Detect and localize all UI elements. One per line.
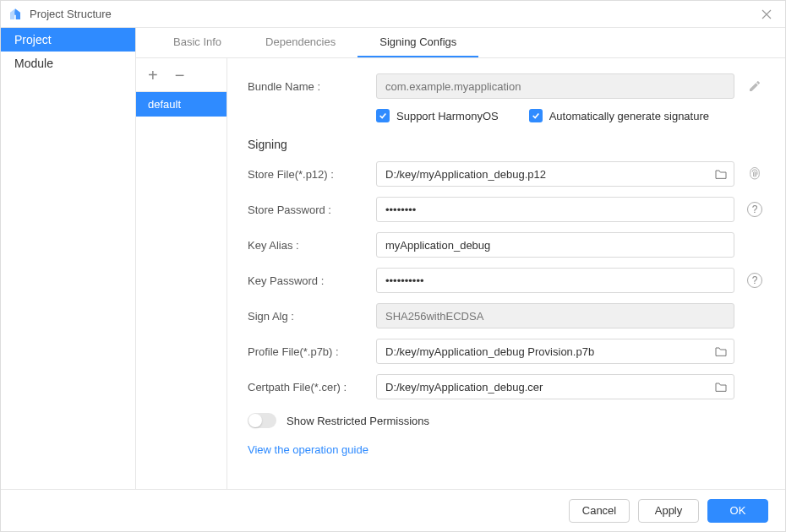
operation-guide-link[interactable]: View the operation guide <box>248 443 765 456</box>
row-profile-file: Profile File(*.p7b) : <box>248 339 765 364</box>
nav-item-project[interactable]: Project <box>1 28 135 52</box>
label-key-password: Key Password : <box>248 274 366 287</box>
ok-button[interactable]: OK <box>707 499 768 523</box>
checkmark-icon <box>529 109 543 122</box>
close-button[interactable] <box>755 3 778 26</box>
checkbox-support-harmonyos[interactable]: Support HarmonyOS <box>376 109 499 122</box>
browse-certpath-file-icon[interactable] <box>714 381 728 393</box>
help-store-password-icon[interactable]: ? <box>747 202 762 217</box>
row-key-alias: Key Alias : <box>248 232 765 258</box>
label-key-alias: Key Alias : <box>248 239 366 252</box>
footer: Cancel Apply OK <box>1 489 785 531</box>
window-title: Project Structure <box>30 8 112 20</box>
main-area: Project Module Basic Info Dependencies S… <box>1 28 785 489</box>
certpath-file-input[interactable] <box>376 374 734 399</box>
configs-column: + − default <box>136 58 227 489</box>
checkbox-auto-generate[interactable]: Automatically generate signature <box>529 109 709 122</box>
form-column: Bundle Name : Support HarmonyOS <box>227 58 785 489</box>
label-profile-file: Profile File(*.p7b) : <box>248 345 366 358</box>
apply-button[interactable]: Apply <box>638 499 699 523</box>
browse-store-file-icon[interactable] <box>714 168 728 180</box>
browse-profile-file-icon[interactable] <box>714 345 728 357</box>
nav-item-module[interactable]: Module <box>1 52 135 75</box>
help-key-password-icon[interactable]: ? <box>747 273 762 288</box>
sign-alg-input <box>376 303 734 328</box>
row-bundle-name: Bundle Name : <box>248 73 765 99</box>
tab-basic-info[interactable]: Basic Info <box>151 28 243 57</box>
configs-toolbar: + − <box>136 58 227 92</box>
checkbox-label-harmonyos: Support HarmonyOS <box>396 110 499 122</box>
add-config-button[interactable]: + <box>148 67 158 84</box>
checkbox-row: Support HarmonyOS Automatically generate… <box>376 109 765 122</box>
restricted-permissions-toggle[interactable] <box>248 413 276 428</box>
bundle-name-input <box>376 73 734 99</box>
key-password-input[interactable] <box>376 268 734 293</box>
fingerprint-icon[interactable] <box>747 166 762 182</box>
tab-dependencies[interactable]: Dependencies <box>243 28 358 57</box>
profile-file-input[interactable] <box>376 339 734 364</box>
row-restricted-toggle: Show Restricted Permissions <box>248 413 765 428</box>
checkmark-icon <box>376 109 390 122</box>
window-titlebar: Project Structure <box>1 1 785 28</box>
cancel-button[interactable]: Cancel <box>569 499 630 523</box>
row-sign-alg: Sign Alg : <box>248 303 765 328</box>
label-certpath-file: Certpath File(*.cer) : <box>248 381 366 394</box>
section-signing-title: Signing <box>248 138 765 151</box>
config-item-default[interactable]: default <box>136 92 227 117</box>
store-password-input[interactable] <box>376 197 734 222</box>
key-alias-input[interactable] <box>376 232 734 258</box>
content-area: + − default Bundle Name : <box>136 58 785 489</box>
checkbox-label-autogen: Automatically generate signature <box>549 110 709 122</box>
remove-config-button[interactable]: − <box>175 67 185 84</box>
right-panel: Basic Info Dependencies Signing Configs … <box>136 28 785 489</box>
edit-bundle-name-icon[interactable] <box>748 79 761 93</box>
label-store-file: Store File(*.p12) : <box>248 168 366 181</box>
tabs-bar: Basic Info Dependencies Signing Configs <box>136 28 785 58</box>
left-nav: Project Module <box>1 28 136 489</box>
label-store-password: Store Password : <box>248 204 366 216</box>
tab-signing-configs[interactable]: Signing Configs <box>358 28 478 57</box>
label-bundle-name: Bundle Name : <box>248 80 366 93</box>
row-store-file: Store File(*.p12) : <box>248 161 765 187</box>
row-store-password: Store Password : ? <box>248 197 765 222</box>
app-logo-icon <box>8 7 23 22</box>
store-file-input[interactable] <box>376 161 734 187</box>
label-sign-alg: Sign Alg : <box>248 310 366 323</box>
row-certpath-file: Certpath File(*.cer) : <box>248 374 765 399</box>
row-key-password: Key Password : ? <box>248 268 765 293</box>
restricted-toggle-label: Show Restricted Permissions <box>287 415 429 427</box>
